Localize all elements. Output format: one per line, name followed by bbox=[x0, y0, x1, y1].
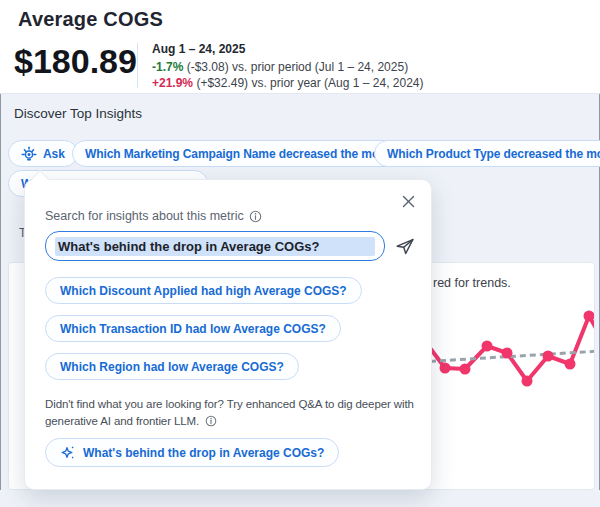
ask-insight-icon bbox=[21, 146, 37, 162]
close-button[interactable] bbox=[399, 192, 417, 210]
ask-button-label: Ask bbox=[43, 147, 65, 161]
ask-insights-popover: Search for insights about this metric Wh… bbox=[24, 179, 432, 490]
enhanced-qa-chip[interactable]: What's behind the drop in Average COGs? bbox=[45, 438, 339, 467]
insight-chip-product-type[interactable]: Which Product Type decreased the most? bbox=[374, 140, 600, 167]
enhanced-qa-label: What's behind the drop in Average COGs? bbox=[83, 446, 324, 460]
comparison-block: Aug 1 – 24, 2025 -1.7% (-$3.08) vs. prio… bbox=[152, 41, 424, 91]
send-icon bbox=[394, 235, 416, 257]
footnote-line1: Didn't find what you are looking for? Tr… bbox=[45, 396, 414, 413]
insight-chip-marketing-campaign[interactable]: Which Marketing Campaign Name decreased … bbox=[72, 140, 410, 167]
close-icon bbox=[402, 195, 415, 208]
metric-value: $180.89 bbox=[14, 42, 137, 81]
footnote-line2: generative AI and frontier LLM. bbox=[45, 413, 414, 430]
search-input-value: What's behind the drop in Average COGs? bbox=[55, 237, 375, 256]
insight-chip-label: Which Marketing Campaign Name decreased … bbox=[85, 147, 397, 161]
send-button[interactable] bbox=[393, 234, 417, 258]
sparkle-icon bbox=[60, 445, 76, 461]
ask-button[interactable]: Ask bbox=[8, 140, 78, 167]
header-divider bbox=[137, 43, 138, 88]
prior-year-text: (+$32.49) vs. prior year (Aug 1 – 24, 20… bbox=[193, 76, 423, 90]
suggestion-chip-discount-applied[interactable]: Which Discount Applied had high Average … bbox=[45, 277, 362, 304]
insight-chip-label: Which Product Type decreased the most? bbox=[387, 147, 600, 161]
suggestion-chip-transaction-id[interactable]: Which Transaction ID had low Average COG… bbox=[45, 315, 341, 342]
suggestion-chip-region[interactable]: Which Region had low Average COGS? bbox=[45, 353, 299, 380]
info-icon[interactable] bbox=[205, 415, 217, 427]
suggestion-label: Which Region had low Average COGS? bbox=[60, 360, 284, 374]
enhanced-qa-footnote: Didn't find what you are looking for? Tr… bbox=[45, 396, 414, 430]
bottom-background bbox=[0, 490, 600, 507]
search-input-row: What's behind the drop in Average COGs? bbox=[45, 231, 417, 261]
metric-insights-screen: Average COGS $180.89 Aug 1 – 24, 2025 -1… bbox=[0, 0, 600, 507]
section-title: Discover Top Insights bbox=[14, 106, 142, 121]
prior-period-pct: -1.7% bbox=[152, 60, 183, 74]
prior-year-pct: +21.9% bbox=[152, 76, 193, 90]
suggestion-label: Which Transaction ID had low Average COG… bbox=[60, 322, 326, 336]
prior-period-text: (-$3.08) vs. prior period (Jul 1 – 24, 2… bbox=[183, 60, 408, 74]
search-label-row: Search for insights about this metric bbox=[45, 209, 262, 223]
search-input[interactable]: What's behind the drop in Average COGs? bbox=[45, 231, 385, 261]
search-label: Search for insights about this metric bbox=[45, 209, 244, 223]
prior-period-comparison: -1.7% (-$3.08) vs. prior period (Jul 1 –… bbox=[152, 59, 424, 75]
info-icon[interactable] bbox=[249, 210, 262, 223]
prior-year-comparison: +21.9% (+$32.49) vs. prior year (Aug 1 –… bbox=[152, 75, 424, 91]
suggestion-label: Which Discount Applied had high Average … bbox=[60, 284, 347, 298]
date-range: Aug 1 – 24, 2025 bbox=[152, 41, 424, 57]
page-title: Average COGS bbox=[18, 8, 163, 31]
metric-header: Average COGS $180.89 Aug 1 – 24, 2025 -1… bbox=[0, 0, 600, 94]
